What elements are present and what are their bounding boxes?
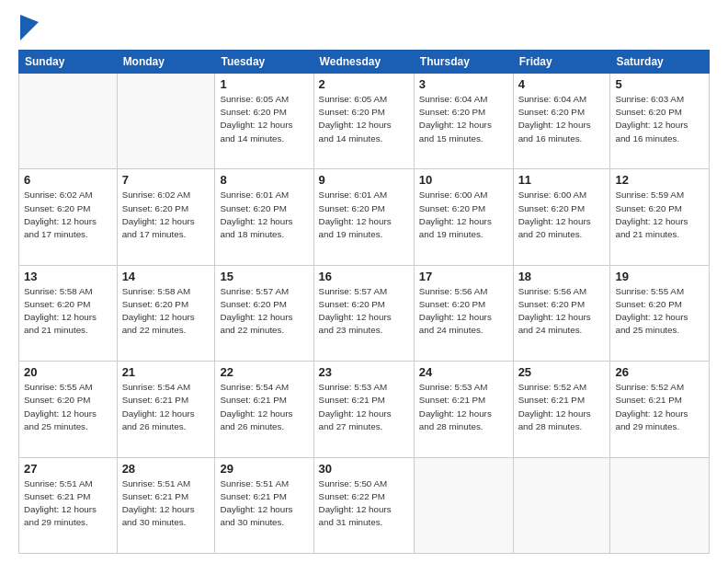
day-cell: 22Sunrise: 5:54 AM Sunset: 6:21 PM Dayli…	[215, 362, 313, 457]
day-number: 19	[615, 270, 704, 283]
day-number: 30	[319, 462, 409, 476]
day-cell: 9Sunrise: 6:01 AM Sunset: 6:20 PM Daylig…	[313, 169, 414, 265]
day-cell: 6Sunrise: 6:02 AM Sunset: 6:20 PM Daylig…	[19, 169, 118, 265]
weekday-header-wednesday: Wednesday	[313, 51, 414, 74]
day-info: Sunrise: 6:01 AM Sunset: 6:20 PM Dayligh…	[319, 189, 409, 241]
day-cell: 13Sunrise: 5:58 AM Sunset: 6:20 PM Dayli…	[19, 265, 118, 361]
week-row-5: 27Sunrise: 5:51 AM Sunset: 6:21 PM Dayli…	[19, 457, 710, 553]
day-number: 14	[122, 270, 210, 283]
day-info: Sunrise: 5:52 AM Sunset: 6:21 PM Dayligh…	[615, 381, 704, 433]
day-cell: 12Sunrise: 5:59 AM Sunset: 6:20 PM Dayli…	[610, 169, 710, 265]
day-cell: 30Sunrise: 5:50 AM Sunset: 6:22 PM Dayli…	[313, 457, 414, 553]
day-info: Sunrise: 5:53 AM Sunset: 6:21 PM Dayligh…	[319, 381, 409, 433]
page: SundayMondayTuesdayWednesdayThursdayFrid…	[0, 0, 728, 563]
day-info: Sunrise: 5:52 AM Sunset: 6:21 PM Dayligh…	[518, 381, 606, 433]
day-info: Sunrise: 6:00 AM Sunset: 6:20 PM Dayligh…	[419, 189, 508, 241]
day-number: 9	[319, 173, 409, 187]
day-number: 2	[319, 77, 409, 91]
day-info: Sunrise: 5:51 AM Sunset: 6:21 PM Dayligh…	[24, 477, 112, 530]
day-cell: 10Sunrise: 6:00 AM Sunset: 6:20 PM Dayli…	[414, 169, 513, 265]
day-number: 21	[122, 365, 210, 379]
weekday-header-row: SundayMondayTuesdayWednesdayThursdayFrid…	[19, 51, 710, 74]
day-number: 10	[419, 173, 508, 187]
day-info: Sunrise: 6:05 AM Sunset: 6:20 PM Dayligh…	[220, 93, 308, 145]
logo	[18, 17, 39, 40]
day-number: 28	[122, 462, 210, 476]
day-cell	[414, 457, 513, 553]
day-cell: 25Sunrise: 5:52 AM Sunset: 6:21 PM Dayli…	[513, 362, 610, 457]
day-cell: 29Sunrise: 5:51 AM Sunset: 6:21 PM Dayli…	[215, 457, 313, 553]
day-number: 3	[419, 77, 508, 91]
day-cell: 1Sunrise: 6:05 AM Sunset: 6:20 PM Daylig…	[215, 74, 313, 169]
day-info: Sunrise: 6:03 AM Sunset: 6:20 PM Dayligh…	[615, 93, 704, 145]
day-info: Sunrise: 6:00 AM Sunset: 6:20 PM Dayligh…	[518, 189, 606, 241]
day-cell: 15Sunrise: 5:57 AM Sunset: 6:20 PM Dayli…	[215, 265, 313, 361]
week-row-2: 6Sunrise: 6:02 AM Sunset: 6:20 PM Daylig…	[19, 169, 710, 265]
day-number: 6	[24, 173, 112, 187]
day-info: Sunrise: 5:58 AM Sunset: 6:20 PM Dayligh…	[122, 285, 210, 338]
day-number: 27	[24, 462, 112, 476]
day-cell: 23Sunrise: 5:53 AM Sunset: 6:21 PM Dayli…	[313, 362, 414, 457]
day-number: 1	[220, 77, 308, 91]
day-info: Sunrise: 5:56 AM Sunset: 6:20 PM Dayligh…	[518, 285, 606, 338]
week-row-1: 1Sunrise: 6:05 AM Sunset: 6:20 PM Daylig…	[19, 74, 710, 169]
day-cell	[19, 74, 118, 169]
weekday-header-saturday: Saturday	[610, 51, 710, 74]
day-info: Sunrise: 5:54 AM Sunset: 6:21 PM Dayligh…	[220, 381, 308, 433]
day-info: Sunrise: 5:57 AM Sunset: 6:20 PM Dayligh…	[319, 285, 409, 338]
weekday-header-tuesday: Tuesday	[215, 51, 313, 74]
day-number: 7	[122, 173, 210, 187]
day-number: 18	[518, 270, 606, 283]
day-info: Sunrise: 5:51 AM Sunset: 6:21 PM Dayligh…	[220, 477, 308, 530]
logo-icon	[20, 15, 39, 40]
day-info: Sunrise: 6:02 AM Sunset: 6:20 PM Dayligh…	[24, 189, 112, 241]
weekday-header-friday: Friday	[513, 51, 610, 74]
day-cell: 21Sunrise: 5:54 AM Sunset: 6:21 PM Dayli…	[117, 362, 215, 457]
day-number: 5	[615, 77, 704, 91]
day-number: 20	[24, 365, 112, 379]
day-number: 8	[220, 173, 308, 187]
day-cell: 18Sunrise: 5:56 AM Sunset: 6:20 PM Dayli…	[513, 265, 610, 361]
day-number: 4	[518, 77, 606, 91]
day-info: Sunrise: 5:51 AM Sunset: 6:21 PM Dayligh…	[122, 477, 210, 530]
day-info: Sunrise: 5:58 AM Sunset: 6:20 PM Dayligh…	[24, 285, 112, 338]
day-info: Sunrise: 5:55 AM Sunset: 6:20 PM Dayligh…	[615, 285, 704, 338]
day-info: Sunrise: 5:57 AM Sunset: 6:20 PM Dayligh…	[220, 285, 308, 338]
day-cell: 11Sunrise: 6:00 AM Sunset: 6:20 PM Dayli…	[513, 169, 610, 265]
day-info: Sunrise: 5:53 AM Sunset: 6:21 PM Dayligh…	[419, 381, 508, 433]
day-number: 12	[615, 173, 704, 187]
day-cell	[513, 457, 610, 553]
day-info: Sunrise: 6:02 AM Sunset: 6:20 PM Dayligh…	[122, 189, 210, 241]
day-cell: 5Sunrise: 6:03 AM Sunset: 6:20 PM Daylig…	[610, 74, 710, 169]
weekday-header-monday: Monday	[117, 51, 215, 74]
day-cell: 20Sunrise: 5:55 AM Sunset: 6:20 PM Dayli…	[19, 362, 118, 457]
day-cell: 24Sunrise: 5:53 AM Sunset: 6:21 PM Dayli…	[414, 362, 513, 457]
day-number: 17	[419, 270, 508, 283]
svg-marker-0	[20, 15, 39, 40]
day-number: 25	[518, 365, 606, 379]
week-row-4: 20Sunrise: 5:55 AM Sunset: 6:20 PM Dayli…	[19, 362, 710, 457]
day-number: 23	[319, 365, 409, 379]
day-info: Sunrise: 5:54 AM Sunset: 6:21 PM Dayligh…	[122, 381, 210, 433]
day-info: Sunrise: 5:55 AM Sunset: 6:20 PM Dayligh…	[24, 381, 112, 433]
day-number: 11	[518, 173, 606, 187]
day-cell: 26Sunrise: 5:52 AM Sunset: 6:21 PM Dayli…	[610, 362, 710, 457]
day-cell: 27Sunrise: 5:51 AM Sunset: 6:21 PM Dayli…	[19, 457, 118, 553]
day-cell: 28Sunrise: 5:51 AM Sunset: 6:21 PM Dayli…	[117, 457, 215, 553]
day-info: Sunrise: 6:01 AM Sunset: 6:20 PM Dayligh…	[220, 189, 308, 241]
week-row-3: 13Sunrise: 5:58 AM Sunset: 6:20 PM Dayli…	[19, 265, 710, 361]
day-number: 16	[319, 270, 409, 283]
day-info: Sunrise: 5:59 AM Sunset: 6:20 PM Dayligh…	[615, 189, 704, 241]
day-info: Sunrise: 5:56 AM Sunset: 6:20 PM Dayligh…	[419, 285, 508, 338]
day-number: 13	[24, 270, 112, 283]
calendar-table: SundayMondayTuesdayWednesdayThursdayFrid…	[18, 50, 710, 554]
day-cell: 8Sunrise: 6:01 AM Sunset: 6:20 PM Daylig…	[215, 169, 313, 265]
weekday-header-thursday: Thursday	[414, 51, 513, 74]
day-cell: 2Sunrise: 6:05 AM Sunset: 6:20 PM Daylig…	[313, 74, 414, 169]
weekday-header-sunday: Sunday	[19, 51, 118, 74]
day-number: 15	[220, 270, 308, 283]
day-cell: 7Sunrise: 6:02 AM Sunset: 6:20 PM Daylig…	[117, 169, 215, 265]
day-cell: 16Sunrise: 5:57 AM Sunset: 6:20 PM Dayli…	[313, 265, 414, 361]
day-cell: 17Sunrise: 5:56 AM Sunset: 6:20 PM Dayli…	[414, 265, 513, 361]
day-info: Sunrise: 5:50 AM Sunset: 6:22 PM Dayligh…	[319, 477, 409, 530]
